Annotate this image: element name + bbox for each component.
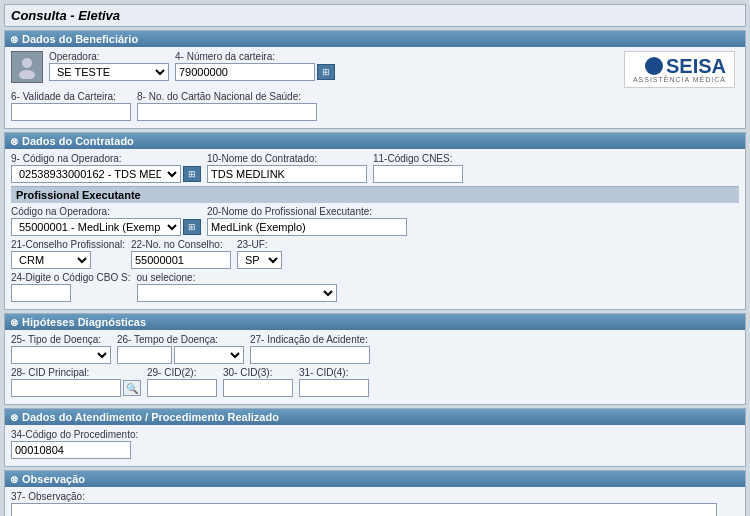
disease-time-input[interactable] (117, 346, 172, 364)
disease-time-unit-select[interactable] (174, 346, 244, 364)
attendance-body: 34-Código do Procedimento: (5, 425, 745, 466)
operator-label: Operadora: (49, 51, 169, 62)
cid4-input[interactable] (299, 379, 369, 397)
cid2-field: 29- CID(2): (147, 367, 217, 397)
cbo-code-label: 24-Digite o Código CBO S: (11, 272, 131, 283)
cid3-input[interactable] (223, 379, 293, 397)
accident-label: 27- Indicação de Acidente: (250, 334, 370, 345)
contracted-name-input[interactable] (207, 165, 367, 183)
cbo-select-field: ou selecione: (137, 272, 337, 302)
diagnostic-toggle-icon[interactable]: ⊗ (10, 317, 18, 328)
cbo-code-input[interactable] (11, 284, 71, 302)
diagnostic-header-label: Hipóteses Diagnósticas (22, 316, 146, 328)
contracted-name-field: 10-Nome do Contratado: (207, 153, 367, 183)
contracted-code-select[interactable]: 02538933000162 - TDS MEDLI (11, 165, 181, 183)
seisa-logo-name: SEISA (666, 56, 726, 76)
svg-point-1 (19, 70, 35, 79)
uf-select[interactable]: SP (237, 251, 282, 269)
obs-row1: 37- Observação: (11, 491, 739, 516)
cid-main-input[interactable] (11, 379, 121, 397)
beneficiary-toggle-icon[interactable]: ⊗ (10, 34, 18, 45)
attendance-toggle-icon[interactable]: ⊗ (10, 412, 18, 423)
cid-main-search-btn[interactable]: 🔍 (123, 380, 141, 396)
seisa-logo: SEISA ASSISTÊNCIA MÉDICA (624, 51, 735, 88)
national-card-label: 8- No. do Cartão Nacional de Saúde: (137, 91, 317, 102)
diagnostic-row1: 25- Tipo de Doença: 26- Tempo de Doença: (11, 334, 739, 364)
contracted-section: ⊗ Dados do Contratado 9- Código na Opera… (4, 132, 746, 310)
card-validity-label: 6- Validade da Carteira: (11, 91, 131, 102)
disease-type-label: 25- Tipo de Doença: (11, 334, 111, 345)
disease-time-label: 26- Tempo de Doença: (117, 334, 244, 345)
operator-avatar (11, 51, 43, 83)
procedure-input[interactable] (11, 441, 131, 459)
contracted-name-label: 10-Nome do Contratado: (207, 153, 367, 164)
disease-type-select[interactable] (11, 346, 111, 364)
contracted-code-search-btn[interactable]: ⊞ (183, 166, 201, 182)
contracted-row1: 9- Código na Operadora: 02538933000162 -… (11, 153, 739, 183)
prof-name-field: 20-Nome do Profissional Executante: (207, 206, 407, 236)
accident-input[interactable] (250, 346, 370, 364)
observation-header: ⊗ Observação (5, 471, 745, 487)
cid4-label: 31- CID(4): (299, 367, 369, 378)
beneficiary-section: ⊗ Dados do Beneficiário Operadora: SE TE… (4, 30, 746, 129)
cbo-select[interactable] (137, 284, 337, 302)
card-validity-field: 6- Validade da Carteira: (11, 91, 131, 121)
cid3-field: 30- CID(3): (223, 367, 293, 397)
council-no-label: 22-No. no Conselho: (131, 239, 231, 250)
prof-code-label: Código na Operadora: (11, 206, 201, 217)
diagnostic-header: ⊗ Hipóteses Diagnósticas (5, 314, 745, 330)
uf-label: 23-UF: (237, 239, 282, 250)
cnes-label: 11-Código CNES: (373, 153, 463, 164)
council-select[interactable]: CRM (11, 251, 91, 269)
card-number-search-btn[interactable]: ⊞ (317, 64, 335, 80)
national-card-input[interactable] (137, 103, 317, 121)
cnes-input[interactable] (373, 165, 463, 183)
professional-row1: Código na Operadora: 55000001 - MedLink … (11, 206, 739, 236)
beneficiary-row2: 6- Validade da Carteira: 8- No. do Cartã… (11, 91, 739, 121)
attendance-row1: 34-Código do Procedimento: (11, 429, 739, 459)
prof-code-select[interactable]: 55000001 - MedLink (Exemplo (11, 218, 181, 236)
card-number-input[interactable] (175, 63, 315, 81)
card-number-label: 4- Número da carteira: (175, 51, 335, 62)
contracted-toggle-icon[interactable]: ⊗ (10, 136, 18, 147)
professional-row2: 21-Conselho Profissional: CRM 22-No. no … (11, 239, 739, 269)
cid2-input[interactable] (147, 379, 217, 397)
obs-field: 37- Observação: (11, 491, 739, 516)
contracted-body: 9- Código na Operadora: 02538933000162 -… (5, 149, 745, 309)
prof-code-search-btn[interactable]: ⊞ (183, 219, 201, 235)
page-title: Consulta - Eletiva (4, 4, 746, 27)
beneficiary-header: ⊗ Dados do Beneficiário (5, 31, 745, 47)
contracted-header-label: Dados do Contratado (22, 135, 134, 147)
cid-main-field: 28- CID Principal: 🔍 (11, 367, 141, 397)
cid3-label: 30- CID(3): (223, 367, 293, 378)
procedure-label: 34-Código do Procedimento: (11, 429, 138, 440)
council-no-input[interactable] (131, 251, 231, 269)
card-number-field: 4- Número da carteira: ⊞ (175, 51, 335, 81)
disease-time-field: 26- Tempo de Doença: (117, 334, 244, 364)
obs-label: 37- Observação: (11, 491, 739, 502)
svg-point-0 (22, 58, 32, 68)
cbo-select-label: ou selecione: (137, 272, 337, 283)
professional-subheader: Profissional Executante (11, 186, 739, 203)
cbo-code-field: 24-Digite o Código CBO S: (11, 272, 131, 302)
council-label: 21-Conselho Profissional: (11, 239, 125, 250)
cid2-label: 29- CID(2): (147, 367, 217, 378)
professional-row3: 24-Digite o Código CBO S: ou selecione: (11, 272, 739, 302)
observation-toggle-icon[interactable]: ⊗ (10, 474, 18, 485)
seisa-logo-subtitle: ASSISTÊNCIA MÉDICA (633, 76, 726, 83)
operator-select[interactable]: SE TESTE (49, 63, 169, 81)
council-no-field: 22-No. no Conselho: (131, 239, 231, 269)
beneficiary-header-label: Dados do Beneficiário (22, 33, 138, 45)
contracted-header: ⊗ Dados do Contratado (5, 133, 745, 149)
professional-subheader-label: Profissional Executante (16, 189, 141, 201)
uf-field: 23-UF: SP (237, 239, 282, 269)
cnes-field: 11-Código CNES: (373, 153, 463, 183)
main-container: Consulta - Eletiva ⊗ Dados do Beneficiár… (0, 0, 750, 516)
prof-code-field: Código na Operadora: 55000001 - MedLink … (11, 206, 201, 236)
card-validity-input[interactable] (11, 103, 131, 121)
council-field: 21-Conselho Profissional: CRM (11, 239, 125, 269)
prof-name-input[interactable] (207, 218, 407, 236)
diagnostic-body: 25- Tipo de Doença: 26- Tempo de Doença: (5, 330, 745, 404)
obs-input[interactable] (11, 503, 717, 516)
disease-type-field: 25- Tipo de Doença: (11, 334, 111, 364)
